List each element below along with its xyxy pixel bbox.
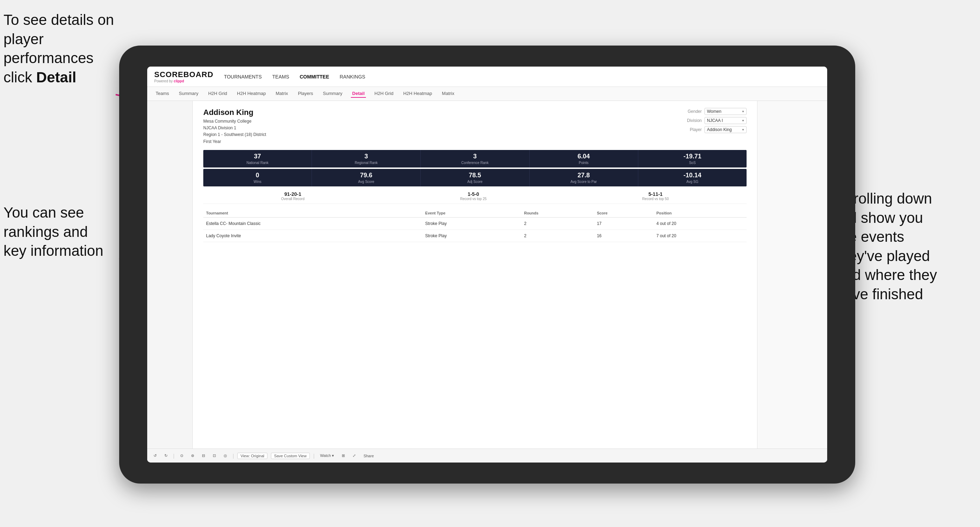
share-button[interactable]: Share bbox=[361, 453, 376, 459]
stat-adj-score: 78.5 Adj Score bbox=[421, 169, 529, 186]
stats-row-1: 37 National Rank 3 Regional Rank 3 Confe… bbox=[203, 150, 746, 167]
player-year: First Year bbox=[203, 138, 266, 145]
table-row[interactable]: Estella CC- Mountain Classic Stroke Play… bbox=[203, 217, 746, 230]
player-label: Player bbox=[682, 127, 702, 132]
adj-score-label: Adj Score bbox=[422, 180, 528, 184]
annotation-bl-2: rankings and bbox=[3, 224, 88, 240]
row2-tournament: Lady Coyote Invite bbox=[203, 230, 422, 242]
subnav-matrix[interactable]: Matrix bbox=[274, 90, 289, 98]
main-nav: TOURNAMENTS TEAMS COMMITTEE RANKINGS bbox=[224, 73, 365, 81]
row2-position: 7 out of 20 bbox=[654, 230, 746, 242]
tablet-frame: SCOREBOARD Powered by clippd TOURNAMENTS… bbox=[119, 46, 855, 484]
toolbar-sep-2: | bbox=[233, 453, 234, 459]
subnav-h2h-grid2[interactable]: H2H Grid bbox=[373, 90, 395, 98]
top25-record-value: 1-5-0 bbox=[460, 191, 487, 197]
logo-powered: Powered by clippd bbox=[154, 79, 213, 83]
nav-committee[interactable]: COMMITTEE bbox=[300, 73, 329, 81]
redo-button[interactable]: ↻ bbox=[162, 453, 170, 459]
col-position: Position bbox=[654, 209, 746, 217]
avg-score-value: 79.6 bbox=[313, 172, 419, 179]
sos-value: -19.71 bbox=[640, 153, 745, 160]
gender-select[interactable]: Women Men bbox=[705, 108, 746, 115]
division-select[interactable]: NJCAA I NJCAA II bbox=[705, 117, 746, 124]
row2-event-type: Stroke Play bbox=[422, 230, 521, 242]
view-original-button[interactable]: View: Original bbox=[237, 453, 267, 459]
main-content: Addison King Mesa Community College NJCA… bbox=[147, 101, 827, 462]
stat-regional-rank: 3 Regional Rank bbox=[312, 150, 421, 167]
col-event-type: Event Type bbox=[422, 209, 521, 217]
tournament-table: Tournament Event Type Rounds Score Posit… bbox=[203, 209, 746, 242]
annotation-bottom-left: You can see rankings and key information bbox=[3, 203, 123, 261]
row1-event-type: Stroke Play bbox=[422, 217, 521, 230]
table-row[interactable]: Lady Coyote Invite Stroke Play 2 16 7 ou… bbox=[203, 230, 746, 242]
sos-label: SoS bbox=[640, 161, 745, 165]
subnav-detail[interactable]: Detail bbox=[351, 90, 366, 98]
subnav-summary[interactable]: Summary bbox=[177, 90, 200, 98]
division-control: Division NJCAA I NJCAA II bbox=[682, 117, 746, 124]
stat-avg-sg: -10.14 Avg SG bbox=[638, 169, 746, 186]
toolbar-icon-2[interactable]: ⊚ bbox=[189, 453, 196, 459]
regional-rank-label: Regional Rank bbox=[313, 161, 419, 165]
logo-area: SCOREBOARD Powered by clippd bbox=[154, 70, 213, 83]
avg-score-par-label: Avg Score to Par bbox=[531, 180, 636, 184]
stat-points: 6.04 Points bbox=[530, 150, 638, 167]
toolbar-icon-expand[interactable]: ⤢ bbox=[350, 453, 358, 459]
logo-text: SCOREBOARD bbox=[154, 70, 213, 79]
row2-score: 16 bbox=[594, 230, 654, 242]
player-region: Region 1 - Southwest (18) District bbox=[203, 132, 266, 138]
row1-position: 4 out of 20 bbox=[654, 217, 746, 230]
conference-rank-value: 3 bbox=[422, 153, 528, 160]
sub-nav: Teams Summary H2H Grid H2H Heatmap Matri… bbox=[147, 87, 827, 101]
avg-score-label: Avg Score bbox=[313, 180, 419, 184]
player-controls: Gender Women Men Division bbox=[682, 108, 746, 145]
top-nav: SCOREBOARD Powered by clippd TOURNAMENTS… bbox=[147, 67, 827, 87]
player-division: NJCAA Division 1 bbox=[203, 125, 266, 132]
content-panel[interactable]: Addison King Mesa Community College NJCA… bbox=[193, 101, 757, 462]
toolbar-icon-screen[interactable]: ⊞ bbox=[340, 453, 347, 459]
right-panel bbox=[757, 101, 827, 462]
subnav-teams[interactable]: Teams bbox=[154, 90, 170, 98]
top25-record-label: Record vs top 25 bbox=[460, 197, 487, 201]
row2-rounds: 2 bbox=[521, 230, 594, 242]
regional-rank-value: 3 bbox=[313, 153, 419, 160]
subnav-summary2[interactable]: Summary bbox=[321, 90, 344, 98]
nav-teams[interactable]: TEAMS bbox=[272, 73, 289, 81]
top50-record-label: Record vs top 50 bbox=[642, 197, 669, 201]
adj-score-value: 78.5 bbox=[422, 172, 528, 179]
toolbar-icon-4[interactable]: ⊡ bbox=[211, 453, 218, 459]
toolbar-icon-1[interactable]: ⊙ bbox=[178, 453, 185, 459]
avg-sg-value: -10.14 bbox=[640, 172, 745, 179]
subnav-players[interactable]: Players bbox=[296, 90, 314, 98]
row1-tournament: Estella CC- Mountain Classic bbox=[203, 217, 422, 230]
national-rank-value: 37 bbox=[205, 153, 310, 160]
subnav-h2h-grid[interactable]: H2H Grid bbox=[207, 90, 229, 98]
player-college: Mesa Community College bbox=[203, 118, 266, 125]
row1-rounds: 2 bbox=[521, 217, 594, 230]
undo-button[interactable]: ↺ bbox=[151, 453, 159, 459]
overall-record-label: Overall Record bbox=[281, 197, 305, 201]
gender-label: Gender bbox=[682, 109, 702, 114]
wins-value: 0 bbox=[205, 172, 310, 179]
division-select-wrapper[interactable]: NJCAA I NJCAA II bbox=[705, 117, 746, 124]
player-control: Player Addison King bbox=[682, 126, 746, 133]
gender-select-wrapper[interactable]: Women Men bbox=[705, 108, 746, 115]
watch-button[interactable]: Watch ▾ bbox=[318, 453, 336, 459]
subnav-matrix2[interactable]: Matrix bbox=[441, 90, 456, 98]
powered-by-text: Powered by bbox=[154, 79, 173, 83]
stats-row-2: 0 Wins 79.6 Avg Score 78.5 Adj Score 2 bbox=[203, 169, 746, 186]
nav-rankings[interactable]: RANKINGS bbox=[340, 73, 365, 81]
toolbar-icon-3[interactable]: ⊟ bbox=[200, 453, 207, 459]
subnav-h2h-heatmap2[interactable]: H2H Heatmap bbox=[402, 90, 433, 98]
col-tournament: Tournament bbox=[203, 209, 422, 217]
toolbar-icon-5[interactable]: ◎ bbox=[221, 453, 229, 459]
subnav-h2h-heatmap[interactable]: H2H Heatmap bbox=[235, 90, 267, 98]
player-select-wrapper[interactable]: Addison King bbox=[705, 126, 746, 133]
player-info: Addison King Mesa Community College NJCA… bbox=[203, 108, 266, 145]
nav-tournaments[interactable]: TOURNAMENTS bbox=[224, 73, 262, 81]
col-score: Score bbox=[594, 209, 654, 217]
national-rank-label: National Rank bbox=[205, 161, 310, 165]
top50-record-value: 5-11-1 bbox=[642, 191, 669, 197]
save-custom-button[interactable]: Save Custom View bbox=[271, 453, 310, 459]
player-select[interactable]: Addison King bbox=[705, 126, 746, 133]
wins-label: Wins bbox=[205, 180, 310, 184]
